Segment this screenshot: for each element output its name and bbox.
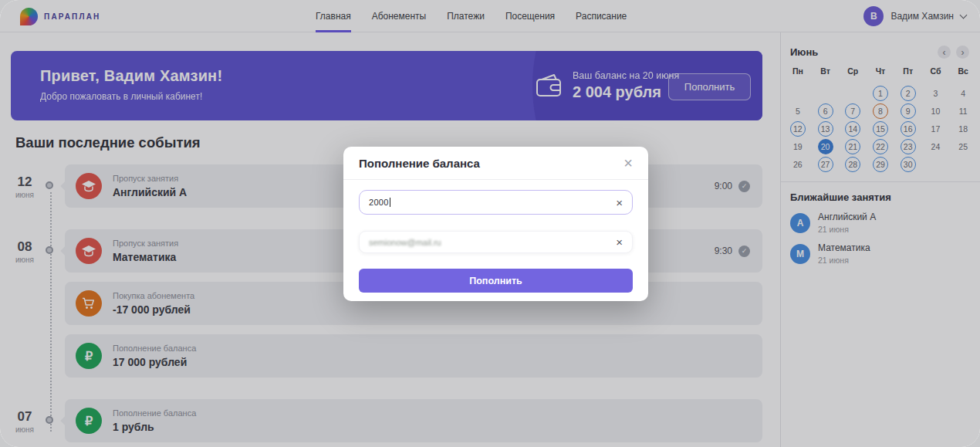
clear-icon[interactable]: × [616, 236, 623, 248]
text-caret [390, 198, 390, 207]
email-value: semionow@mail.ru [369, 238, 441, 247]
amount-input[interactable]: 2000 × [359, 190, 633, 215]
modal-topup-button[interactable]: Пополнить [359, 269, 633, 293]
modal-body: 2000 × semionow@mail.ru × Пополнить [343, 180, 648, 293]
clear-icon[interactable]: × [616, 197, 623, 208]
email-input[interactable]: semionow@mail.ru × [359, 231, 633, 253]
amount-value: 2000 [369, 198, 389, 207]
topup-modal: Пополнение баланса × 2000 × semionow@mai… [343, 147, 648, 301]
close-icon[interactable]: × [623, 155, 633, 171]
modal-header: Пополнение баланса × [343, 147, 648, 180]
app-window: ПАРАПЛАН Главная Абонементы Платежи Посе… [0, 0, 980, 447]
modal-title: Пополнение баланса [359, 157, 623, 170]
